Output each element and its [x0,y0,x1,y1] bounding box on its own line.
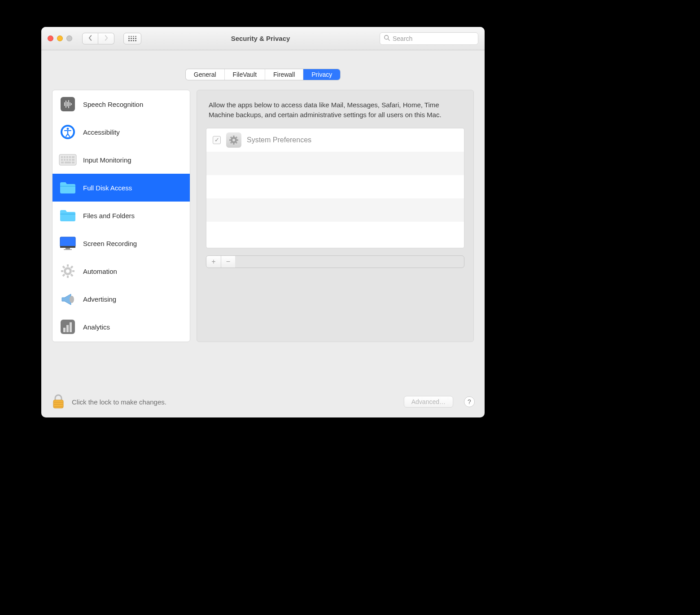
display-icon [59,234,77,252]
folder-icon [59,206,77,224]
sidebar-item-label: Input Monitoring [83,156,131,164]
svg-rect-25 [65,162,71,163]
window-title: Security & Privacy [146,35,375,42]
svg-line-41 [63,274,65,276]
window-body: General FileVault Firewall Privacy Speec… [41,50,485,342]
show-all-button[interactable] [123,33,141,44]
help-button[interactable]: ? [464,396,475,407]
svg-point-12 [67,128,69,130]
sidebar-item-label: Automation [83,268,117,275]
svg-rect-17 [69,156,71,158]
app-row[interactable]: ✓ System Preferences [206,128,464,152]
plus-icon: + [211,258,215,265]
svg-rect-60 [53,404,63,405]
svg-rect-2 [61,97,75,111]
sidebar-item-label: Speech Recognition [83,101,143,108]
chevron-right-icon [104,35,108,42]
app-row-empty [206,152,464,175]
svg-point-34 [66,269,70,273]
sidebar-item-label: Analytics [83,323,110,331]
gear-icon [226,132,241,148]
svg-rect-30 [60,246,75,248]
svg-line-1 [388,39,390,40]
tab-filevault[interactable]: FileVault [225,69,265,80]
svg-rect-61 [53,406,63,407]
search-input[interactable] [393,35,474,42]
svg-rect-24 [61,162,64,163]
back-button[interactable] [82,33,98,44]
tab-bar: General FileVault Firewall Privacy [52,69,474,80]
svg-rect-20 [64,159,66,161]
privacy-detail-pane: Allow the apps below to access data like… [197,90,474,342]
app-list[interactable]: ✓ System Preferences [206,128,464,248]
tab-general[interactable]: General [186,69,225,80]
grid-icon [128,36,136,41]
zoom-button[interactable] [66,35,72,41]
sidebar-item-label: Files and Folders [83,212,135,220]
remove-button[interactable]: − [221,256,235,268]
keyboard-icon [59,151,77,169]
sidebar-item-label: Accessibility [83,128,120,136]
gear-icon [59,262,77,280]
nav-buttons [82,33,114,44]
svg-rect-28 [60,214,75,215]
sidebar-item-input-monitoring[interactable]: Input Monitoring [52,146,190,174]
sidebar-item-files-and-folders[interactable]: Files and Folders [52,202,190,229]
sidebar-item-accessibility[interactable]: Accessibility [52,118,190,146]
svg-line-55 [236,137,237,138]
svg-rect-15 [64,156,66,158]
svg-rect-47 [70,322,72,332]
svg-point-43 [70,296,74,303]
accessibility-icon [59,123,77,141]
waveform-icon [59,95,77,113]
close-button[interactable] [48,35,53,41]
svg-rect-26 [72,162,74,163]
sidebar-item-label: Screen Recording [83,240,137,247]
megaphone-icon [59,290,77,308]
sidebar-item-full-disk-access[interactable]: Full Disk Access [52,174,190,202]
svg-rect-29 [60,237,75,247]
app-checkbox[interactable]: ✓ [213,136,221,144]
search-field[interactable] [380,32,478,45]
preferences-window: Security & Privacy General FileVault Fir… [41,27,485,417]
description-text: Allow the apps below to access data like… [209,100,462,120]
sidebar-item-automation[interactable]: Automation [52,257,190,285]
chevron-left-icon [88,35,92,42]
svg-line-57 [236,142,237,143]
svg-rect-16 [66,156,68,158]
minus-icon: − [226,258,230,265]
app-row-empty [206,198,464,222]
svg-rect-46 [66,325,69,332]
sidebar-item-analytics[interactable]: Analytics [52,313,190,341]
svg-rect-22 [69,159,71,161]
svg-line-40 [71,266,73,268]
search-icon [384,35,390,43]
window-controls [48,35,74,41]
add-button[interactable]: + [206,256,221,268]
question-icon: ? [468,398,471,405]
svg-point-49 [232,139,235,141]
sidebar-item-screen-recording[interactable]: Screen Recording [52,229,190,257]
svg-rect-21 [66,159,68,161]
svg-line-54 [231,137,232,138]
svg-rect-45 [63,328,66,332]
sidebar-item-speech-recognition[interactable]: Speech Recognition [52,90,190,118]
svg-rect-31 [66,248,70,249]
forward-button[interactable] [98,33,114,44]
svg-rect-18 [72,156,74,158]
minimize-button[interactable] [57,35,63,41]
privacy-category-sidebar[interactable]: Speech Recognition Accessibility Input M… [52,90,190,342]
svg-rect-23 [72,159,74,161]
footer: Click the lock to make changes. Advanced… [41,386,485,417]
advanced-button[interactable]: Advanced… [404,396,453,408]
lock-icon[interactable] [51,394,66,410]
tab-firewall[interactable]: Firewall [265,69,303,80]
add-remove-buttons: + − [206,255,464,268]
app-name: System Preferences [247,136,311,144]
svg-rect-19 [61,159,63,161]
titlebar: Security & Privacy [41,27,485,50]
svg-rect-59 [53,402,63,403]
svg-rect-14 [61,156,63,158]
sidebar-item-advertising[interactable]: Advertising [52,285,190,313]
tab-privacy[interactable]: Privacy [303,69,340,80]
